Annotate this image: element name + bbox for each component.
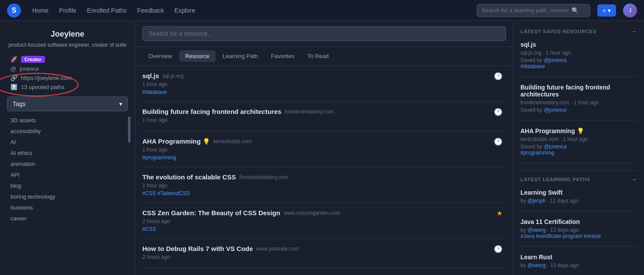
app-logo[interactable]: S [7, 3, 21, 17]
creator-badge: Creator [21, 56, 45, 63]
latest-paths-title: LATEST LEARNING PATHS [520, 177, 590, 182]
resource-time: 1 hour ago [142, 117, 506, 123]
resource-title[interactable]: The evolution of scalable CSS [142, 173, 236, 181]
learning-path-meta: by @jenph · 11 days ago [520, 198, 637, 204]
clock-icon: 🕐 [494, 245, 503, 253]
tab-learning-path[interactable]: Learning Path [217, 50, 264, 62]
learning-path-item: Learning Swift by @jenph · 11 days ago [520, 189, 637, 211]
saved-resource-title[interactable]: Building future facing frontend architec… [520, 84, 637, 98]
divider [520, 170, 637, 171]
nav-profile[interactable]: Profile [55, 4, 81, 17]
star-icon: ★ [496, 209, 503, 217]
resource-domain: sql.js.org [162, 73, 183, 79]
resource-title-row: sql.js sql.js.org [142, 72, 506, 79]
scroll-thumb[interactable] [128, 117, 131, 143]
resource-time: 1 hour ago [142, 81, 506, 87]
clock-icon: 🕐 [494, 138, 503, 146]
tags-list: 3D assets accessibility AI AI ethics ani… [7, 113, 128, 226]
navbar: S Home Profile Enrolled Paths Feedback E… [0, 0, 644, 21]
main-layout: Joeylene product-focused software engine… [0, 21, 644, 275]
link-icon: 🔗 [10, 75, 17, 81]
learning-path-tags: #Java #certificate program #oracle [520, 233, 637, 239]
rocket-icon: 🚀 [10, 56, 17, 62]
resource-domain: www.csszengarden.com [284, 210, 340, 216]
learning-path-meta: by @seerg · 13 days ago [520, 227, 637, 233]
resource-search-input[interactable] [142, 26, 506, 41]
nav-explore[interactable]: Explore [170, 4, 200, 17]
resource-domain: frontendmastery.com [239, 174, 288, 180]
tags-section: Tags ▾ 3D assets accessibility AI AI eth… [7, 96, 128, 226]
tab-overview[interactable]: Overview [142, 50, 178, 62]
resource-title-row: AHA Programming 💡 kentcdodds.com [142, 138, 506, 145]
tab-to-read[interactable]: To Read [301, 50, 334, 62]
saved-by-link[interactable]: @jorenrui [544, 107, 566, 113]
avatar-image: J [623, 3, 637, 17]
saved-resource-tag[interactable]: #database [520, 63, 637, 69]
resource-tags[interactable]: #CSS [142, 226, 506, 232]
path-author-link[interactable]: @seerg [527, 227, 546, 233]
resource-title[interactable]: Building future facing frontend architec… [142, 108, 281, 115]
saved-resource-by: Saved by @jorenrui [520, 57, 637, 63]
tag-api[interactable]: API [7, 169, 128, 180]
saved-resource-title[interactable]: AHA Programming 💡 [520, 127, 637, 134]
saved-by-link[interactable]: @jorenrui [544, 144, 566, 150]
tag-accessibility[interactable]: accessibility [7, 126, 128, 137]
nav-enrolled-paths[interactable]: Enrolled Paths [83, 4, 131, 17]
tag-business[interactable]: business [7, 202, 128, 213]
learning-path-title[interactable]: Java 11 Certification [520, 218, 637, 225]
tag-ai-ethics[interactable]: AI ethics [7, 148, 128, 158]
saved-by-link[interactable]: @jorenrui [544, 57, 566, 63]
resource-tags[interactable]: #CSS #TailwindCSS [142, 190, 506, 196]
saved-resource-tag[interactable]: #programming [520, 150, 637, 156]
learning-path-item: Learn Rust by @seerg · 13 days ago [520, 254, 637, 275]
tag-animation[interactable]: animation [7, 158, 128, 169]
learning-path-title[interactable]: Learn Rust [520, 254, 637, 261]
tags-dropdown[interactable]: Tags ▾ [7, 96, 128, 111]
tag-3d-assets[interactable]: 3D assets [7, 115, 128, 126]
chevron-down-icon: ▾ [119, 100, 122, 107]
tag-ai[interactable]: AI [7, 137, 128, 148]
resource-title[interactable]: sql.js [142, 72, 159, 79]
resource-title[interactable]: CSS Zen Garden: The Beauty of CSS Design [142, 209, 280, 217]
tags-label: Tags [13, 100, 26, 107]
paths-arrow-icon[interactable]: → [631, 176, 637, 183]
resource-title[interactable]: How to Debug Rails 7 with VS Code [142, 245, 253, 252]
profile-desc: product-focused software engineer, creat… [7, 41, 128, 49]
tab-resource[interactable]: Resource [179, 50, 216, 62]
resource-time: 2 hours ago [142, 218, 506, 224]
username-text: jorenrui [20, 65, 38, 72]
saved-resource-meta: kentcdodds.com · 1 hour ago [520, 136, 637, 142]
resource-tags[interactable]: #database [142, 89, 506, 95]
add-button[interactable]: + ▾ [597, 4, 616, 17]
saved-resource-item: Building future facing frontend architec… [520, 84, 637, 120]
path-author-link[interactable]: @jenph [527, 198, 546, 204]
saved-resource-title[interactable]: sql.js [520, 41, 637, 48]
resource-tags[interactable]: #programming [142, 155, 506, 161]
resource-list: sql.js sql.js.org 1 hour ago #database 🕐… [135, 66, 513, 275]
sidebar: Joeylene product-focused software engine… [0, 21, 135, 275]
resource-item: The evolution of scalable CSS frontendma… [142, 167, 506, 203]
tag-boring-technology[interactable]: boring technology [7, 191, 128, 202]
avatar[interactable]: J [623, 3, 637, 17]
resource-title-row: The evolution of scalable CSS frontendma… [142, 173, 506, 181]
at-icon: @ [10, 65, 16, 72]
meta-creator: 🚀 Creator [10, 56, 124, 63]
resource-title[interactable]: AHA Programming 💡 [142, 138, 210, 145]
resource-domain: kentcdodds.com [214, 138, 251, 144]
tag-career[interactable]: career [7, 213, 128, 224]
resource-item: AHA Programming 💡 kentcdodds.com 1 hour … [142, 131, 506, 167]
resource-item: How to Debug Rails 7 with VS Code www.yo… [142, 239, 506, 268]
tag-blog[interactable]: blog [7, 180, 128, 191]
meta-website[interactable]: 🔗 https://joeylene.com [10, 75, 124, 81]
nav-feedback[interactable]: Feedback [133, 4, 168, 17]
saved-arrow-icon[interactable]: → [631, 28, 637, 35]
nav-home[interactable]: Home [28, 4, 53, 17]
clock-icon: 🕐 [494, 72, 503, 80]
navbar-search-input[interactable] [482, 7, 569, 14]
learning-path-title[interactable]: Learning Swift [520, 189, 637, 196]
saved-resource-meta: sql.js.org · 1 hour ago [520, 50, 637, 56]
path-author-link[interactable]: @seerg [527, 262, 546, 268]
resource-item: Building future facing frontend architec… [142, 102, 506, 131]
latest-paths-header: LATEST LEARNING PATHS → [520, 176, 637, 183]
tab-favorites[interactable]: Favorites [265, 50, 300, 62]
